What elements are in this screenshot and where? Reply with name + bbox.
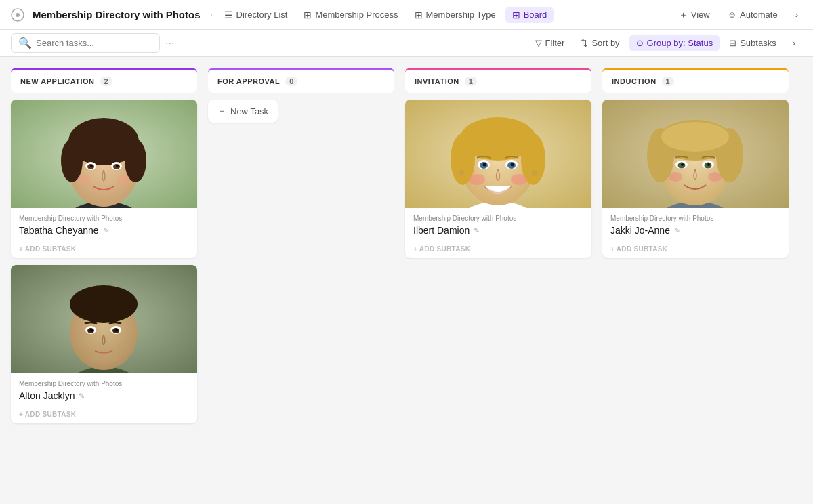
svg-point-6 [61, 139, 83, 182]
svg-point-49 [661, 122, 729, 152]
tab-membership-type-label: Membership Type [426, 9, 496, 20]
column-header-for-approval: FOR APPROVAL 0 [208, 68, 394, 93]
column-induction: INDUCTION 1 [602, 68, 789, 258]
nav-separator: · [210, 7, 213, 22]
card-body-tabatha: Membership Directory with Photos Tabatha… [11, 208, 197, 241]
card-body-alton: Membership Directory with Photos Alton J… [11, 373, 197, 406]
svg-point-39 [459, 170, 464, 175]
plus-icon-new-task: ＋ [217, 105, 226, 117]
card-tabatha-cheyanne[interactable]: Membership Directory with Photos Tabatha… [11, 100, 197, 258]
card-photo-alton [11, 265, 197, 373]
subtasks-button[interactable]: ⊟ Subtasks [722, 35, 783, 51]
svg-point-26 [89, 353, 119, 364]
column-count-new-application: 2 [100, 77, 112, 86]
column-header-new-application: NEW APPLICATION 2 [11, 68, 197, 93]
toolbar-more-icon[interactable]: ··· [165, 37, 174, 49]
tab-membership-process[interactable]: ⊞ Membership Process [297, 7, 404, 23]
card-body-ilbert: Membership Directory with Photos Ilbert … [405, 208, 591, 241]
svg-point-41 [469, 174, 485, 185]
search-icon: 🔍 [18, 37, 32, 49]
svg-point-37 [483, 163, 486, 167]
svg-point-13 [116, 165, 119, 167]
card-body-jakki: Membership Directory with Photos Jakki J… [602, 208, 789, 241]
card-photo-tabatha [11, 100, 197, 208]
card-name-tabatha: Tabatha Cheyanne ✎ [19, 225, 189, 236]
filter-button[interactable]: ▽ Filter [528, 35, 572, 51]
search-box[interactable]: 🔍 [11, 33, 160, 53]
column-new-application: NEW APPLICATION 2 [11, 68, 197, 423]
svg-point-15 [117, 175, 130, 184]
card-photo-jakki [602, 100, 789, 208]
group-by-button[interactable]: ⊙ Group by: Status [629, 35, 720, 51]
edit-icon-ilbert[interactable]: ✎ [474, 226, 480, 235]
more-nav-button[interactable]: › [789, 6, 805, 23]
subtasks-icon: ⊟ [729, 38, 736, 48]
edit-icon-tabatha[interactable]: ✎ [103, 226, 109, 235]
tab-directory-list[interactable]: ☰ new-application Directory List [217, 7, 295, 23]
svg-point-57 [708, 172, 722, 182]
svg-point-40 [532, 170, 537, 175]
view-label: View [691, 9, 710, 20]
tab-directory-list-label: Directory List [236, 9, 288, 20]
column-invitation: INVITATION 1 [405, 68, 591, 258]
filter-icon: ▽ [535, 38, 542, 48]
column-for-approval: FOR APPROVAL 0 ＋ New Task [208, 68, 394, 123]
app-icon [8, 5, 27, 24]
toolbar-chevron-button[interactable]: › [786, 35, 802, 51]
toolbar-right: ▽ Filter ⇅ Sort by ⊙ Group by: Status ⊟ … [528, 35, 802, 51]
card-jakki-jo-anne[interactable]: Membership Directory with Photos Jakki J… [602, 100, 789, 258]
add-subtask-ilbert[interactable]: + ADD SUBTASK [405, 241, 591, 258]
nav-right-actions: ＋ View ☺ Automate › [672, 5, 805, 24]
add-subtask-alton[interactable]: + ADD SUBTASK [11, 406, 197, 423]
column-title-induction: INDUCTION [612, 77, 656, 85]
search-input[interactable] [36, 38, 152, 48]
edit-icon-alton[interactable]: ✎ [79, 392, 85, 400]
automate-button[interactable]: ☺ Automate [721, 6, 785, 23]
column-title-for-approval: FOR APPROVAL [217, 77, 280, 85]
column-count-invitation: 1 [465, 77, 477, 86]
svg-point-55 [707, 163, 710, 166]
view-button[interactable]: ＋ View [672, 5, 717, 24]
card-project-alton: Membership Directory with Photos [19, 380, 189, 387]
board: NEW APPLICATION 2 [0, 57, 813, 504]
page-title: Membership Directory with Photos [33, 9, 201, 20]
tab-board[interactable]: ⊞ Board [505, 7, 554, 23]
toolbar: 🔍 ··· ▽ Filter ⇅ Sort by ⊙ Group by: Sta… [0, 30, 813, 57]
card-project-jakki: Membership Directory with Photos [610, 215, 780, 222]
membership-type-icon: ⊞ [415, 9, 423, 20]
top-navigation: Membership Directory with Photos · ☰ new… [0, 0, 813, 30]
new-task-button[interactable]: ＋ New Task [208, 100, 278, 123]
card-ilbert-damion[interactable]: Membership Directory with Photos Ilbert … [405, 100, 591, 258]
board-icon: ⊞ [512, 9, 520, 20]
svg-point-14 [77, 175, 91, 184]
column-title-invitation: INVITATION [415, 77, 459, 85]
card-project-ilbert: Membership Directory with Photos [413, 215, 583, 222]
tab-membership-process-label: Membership Process [315, 9, 398, 20]
column-count-induction: 1 [662, 77, 674, 86]
add-subtask-jakki[interactable]: + ADD SUBTASK [602, 241, 789, 258]
subtasks-label: Subtasks [740, 38, 776, 48]
svg-point-42 [511, 174, 527, 185]
tab-membership-type[interactable]: ⊞ Membership Type [408, 7, 503, 23]
card-alton-jacklyn[interactable]: Membership Directory with Photos Alton J… [11, 265, 197, 423]
edit-icon-jakki[interactable]: ✎ [674, 226, 680, 235]
card-project-tabatha: Membership Directory with Photos [19, 215, 189, 222]
add-subtask-tabatha[interactable]: + ADD SUBTASK [11, 241, 197, 258]
group-icon: ⊙ [636, 38, 644, 48]
group-by-label: Group by: Status [647, 38, 713, 48]
svg-point-24 [90, 329, 93, 331]
svg-point-12 [90, 165, 93, 167]
column-count-for-approval: 0 [285, 77, 297, 86]
column-header-invitation: INVITATION 1 [405, 68, 591, 93]
column-header-induction: INDUCTION 1 [602, 68, 789, 93]
directory-list-icon: ☰ [224, 9, 233, 20]
sort-by-button[interactable]: ⇅ Sort by [574, 35, 626, 51]
automate-label: Automate [740, 9, 778, 20]
card-name-jakki: Jakki Jo-Anne ✎ [610, 225, 780, 236]
svg-point-1 [16, 13, 20, 17]
chevron-right-icon: › [793, 38, 795, 48]
filter-label: Filter [545, 38, 565, 48]
card-photo-ilbert [405, 100, 591, 208]
card-name-ilbert: Ilbert Damion ✎ [413, 225, 583, 236]
new-task-label: New Task [230, 106, 268, 117]
